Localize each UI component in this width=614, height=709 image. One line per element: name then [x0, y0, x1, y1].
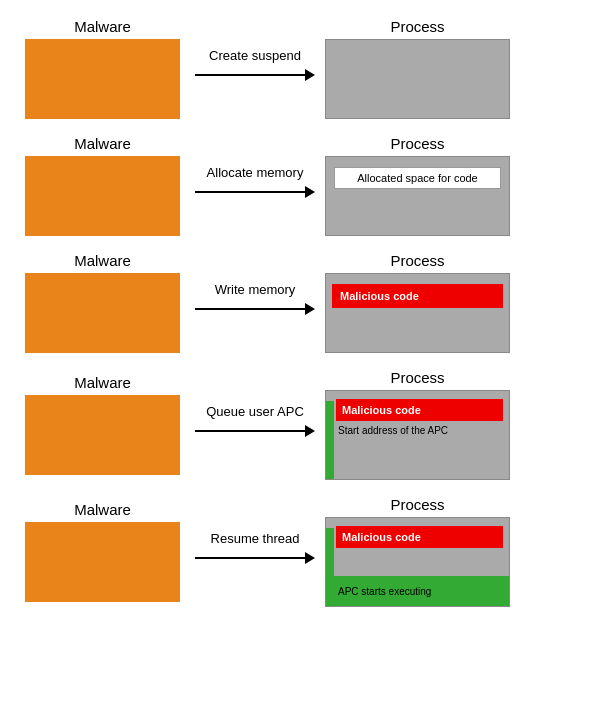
process-label-2: Process [390, 135, 444, 152]
arrow-line-1 [195, 74, 305, 76]
row-queue-apc: Malware Queue user APC Process Malicious… [0, 361, 614, 488]
malware-box-2 [25, 156, 180, 236]
arrow-head-4 [305, 425, 315, 437]
process-box-5: APC starts executing Malicious code [325, 517, 510, 607]
resume-green-bar [326, 528, 334, 606]
arrow-head-5 [305, 552, 315, 564]
arrow-area-1: Create suspend [185, 48, 325, 89]
arrow-area-4: Queue user APC [185, 404, 325, 445]
arrow-area-3: Write memory [185, 282, 325, 323]
allocated-text: Allocated space for code [357, 172, 477, 184]
arrow-2 [195, 186, 315, 198]
left-malware-3: Malware [20, 252, 185, 353]
arrow-label-2: Allocate memory [207, 165, 304, 180]
apc-start-label: Start address of the APC [336, 425, 509, 436]
process-label-5: Process [390, 496, 444, 513]
arrow-line-3 [195, 308, 305, 310]
right-process-2: Process Allocated space for code [325, 135, 510, 236]
apc-start-text: Start address of the APC [338, 425, 448, 436]
right-process-3: Process Malicious code [325, 252, 510, 353]
arrow-label-3: Write memory [215, 282, 296, 297]
arrow-3 [195, 303, 315, 315]
row-resume-thread: Malware Resume thread Process APC starts… [0, 488, 614, 615]
process-label-4: Process [390, 369, 444, 386]
malicious-code-bar-5: Malicious code [336, 526, 503, 548]
right-process-4: Process Malicious code Start address of … [325, 369, 510, 480]
right-process-5: Process APC starts executing Malicious c… [325, 496, 510, 607]
arrow-line-4 [195, 430, 305, 432]
right-process-1: Process [325, 18, 510, 119]
left-malware-1: Malware [20, 18, 185, 119]
malware-label-2: Malware [74, 135, 131, 152]
row-create-suspend: Malware Create suspend Process [0, 10, 614, 127]
row-write-memory: Malware Write memory Process Malicious c… [0, 244, 614, 361]
process-label-1: Process [390, 18, 444, 35]
arrow-head-1 [305, 69, 315, 81]
process-box-4: Malicious code Start address of the APC [325, 390, 510, 480]
arrow-area-5: Resume thread [185, 531, 325, 572]
malicious-text-3: Malicious code [340, 290, 419, 302]
arrow-5 [195, 552, 315, 564]
arrow-head-3 [305, 303, 315, 315]
malware-label-4: Malware [74, 374, 131, 391]
process-box-2: Allocated space for code [325, 156, 510, 236]
left-malware-2: Malware [20, 135, 185, 236]
arrow-1 [195, 69, 315, 81]
left-malware-4: Malware [20, 374, 185, 475]
arrow-area-2: Allocate memory [185, 165, 325, 206]
malware-label-5: Malware [74, 501, 131, 518]
malware-box-3 [25, 273, 180, 353]
resume-content: Malicious code [336, 518, 509, 548]
allocated-space-box: Allocated space for code [334, 167, 501, 189]
resume-bottom-text: APC starts executing [338, 586, 431, 597]
resume-bottom-green: APC starts executing [334, 576, 509, 606]
malicious-code-bar-3: Malicious code [332, 284, 503, 308]
arrow-label-1: Create suspend [209, 48, 301, 63]
process-box-3: Malicious code [325, 273, 510, 353]
malware-label-3: Malware [74, 252, 131, 269]
apc-content: Malicious code Start address of the APC [336, 391, 509, 436]
arrow-label-5: Resume thread [211, 531, 300, 546]
malicious-text-5: Malicious code [342, 531, 421, 543]
malware-box-4 [25, 395, 180, 475]
arrow-label-4: Queue user APC [206, 404, 304, 419]
malicious-text-4: Malicious code [342, 404, 421, 416]
row-allocate-memory: Malware Allocate memory Process Allocate… [0, 127, 614, 244]
process-label-3: Process [390, 252, 444, 269]
malware-box-5 [25, 522, 180, 602]
malware-box-1 [25, 39, 180, 119]
arrow-line-2 [195, 191, 305, 193]
apc-green-bar [326, 401, 334, 479]
process-box-1 [325, 39, 510, 119]
malware-label-1: Malware [74, 18, 131, 35]
left-malware-5: Malware [20, 501, 185, 602]
arrow-head-2 [305, 186, 315, 198]
arrow-line-5 [195, 557, 305, 559]
arrow-4 [195, 425, 315, 437]
malicious-code-bar-4: Malicious code [336, 399, 503, 421]
